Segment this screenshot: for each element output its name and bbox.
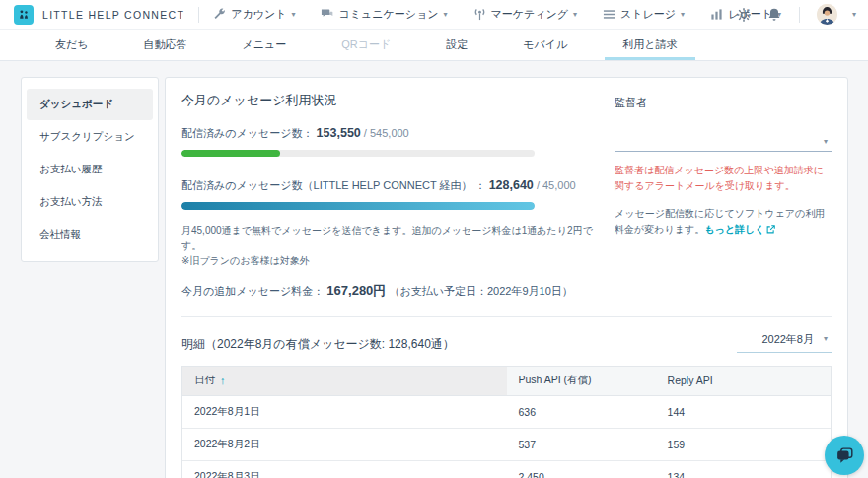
meter1-caption: 配信済みのメッセージ数：: [181, 127, 314, 139]
meter2-progress-bar: [181, 202, 535, 210]
table-row: 2022年8月3日 2,450 134: [182, 461, 831, 478]
nav-item-marketing[interactable]: マーケティング ▾: [473, 7, 578, 22]
tab-bar: 友だち 自動応答 メニュー QRコード 設定 モバイル 利用と請求: [0, 30, 868, 61]
top-header: LITTLE HELP CONNECT アカウント ▾ コミュニケーション ▾: [0, 0, 868, 30]
supervisor-select[interactable]: ▾: [615, 128, 832, 152]
brand[interactable]: LITTLE HELP CONNECT: [14, 5, 184, 25]
chat-bubbles-icon: [321, 8, 333, 21]
app-root: LITTLE HELP CONNECT アカウント ▾ コミュニケーション ▾: [0, 0, 868, 478]
tab-auto-reply[interactable]: 自動応答: [144, 30, 187, 60]
tab-settings[interactable]: 設定: [446, 30, 468, 60]
chevron-down-icon: ▾: [681, 11, 685, 19]
sidebar-item-subscription[interactable]: サブスクリプション: [27, 121, 153, 153]
nav-item-label: コミュニケーション: [338, 7, 438, 22]
supervisor-label: 監督者: [615, 96, 832, 110]
user-avatar[interactable]: [817, 4, 837, 25]
meter2-progress-fill: [181, 202, 535, 210]
sidebar-item-payment-history[interactable]: お支払い履歴: [27, 154, 153, 185]
learn-more-link[interactable]: もっと詳しく: [704, 224, 764, 235]
chevron-down-icon: ▾: [444, 11, 448, 19]
usage-note: 月45,000通まで無料でメッセージを送信できます。追加のメッセージ料金は1通あ…: [181, 223, 601, 269]
cell-push-api: 636: [507, 396, 656, 428]
pricing-info-text: メッセージ配信数に応じてソフトウェアの利用料金が変わります。もっと詳しく: [615, 206, 832, 237]
column-header-label: Reply API: [668, 375, 713, 386]
fee-label: 今月の追加メッセージ料金：: [181, 285, 324, 297]
tab-friends[interactable]: 友だち: [55, 30, 89, 60]
section-divider: [181, 316, 832, 317]
usage-table: 日付 ↑ Push API (有償) Reply API 2022年8月1日 6…: [181, 366, 832, 478]
megaphone-icon: [473, 8, 486, 21]
chevron-down-icon: ▾: [573, 11, 577, 19]
brand-logo-icon: [14, 5, 34, 25]
usage-title: 今月のメッセージ利用状況: [181, 92, 601, 109]
tab-label: 自動応答: [144, 37, 187, 52]
wrench-icon: [213, 8, 226, 21]
tab-qr-code[interactable]: QRコード: [341, 30, 391, 60]
brand-name: LITTLE HELP CONNECT: [42, 9, 184, 21]
sidebar-item-label: ダッシュボード: [39, 98, 113, 109]
column-header-label: 日付: [194, 374, 215, 387]
nav-item-storage[interactable]: ストレージ ▾: [603, 7, 685, 22]
tab-menu[interactable]: メニュー: [243, 30, 287, 60]
period-select[interactable]: 2022年8月 ▾: [737, 330, 832, 353]
tab-label: モバイル: [523, 37, 567, 52]
header-divider: [198, 7, 199, 23]
page-body: ダッシュボード サブスクリプション お支払い履歴 お支払い方法 会社情報 今月の…: [0, 61, 868, 478]
meter1-total: / 545,000: [364, 127, 409, 139]
meter2-total: / 45,000: [537, 179, 576, 191]
cell-reply-api: 134: [656, 461, 831, 478]
bell-icon[interactable]: [766, 7, 782, 23]
sidebar-item-dashboard[interactable]: ダッシュボード: [27, 89, 153, 120]
tab-mobile[interactable]: モバイル: [523, 30, 567, 60]
main-nav: アカウント ▾ コミュニケーション ▾ マーケティング ▾: [213, 7, 724, 22]
header-actions: ▾: [736, 4, 856, 25]
column-header-date[interactable]: 日付 ↑: [182, 367, 507, 395]
details-title: 明細（2022年8月の有償メッセージ数: 128,640通）: [181, 336, 455, 353]
sort-ascending-icon: ↑: [220, 375, 226, 386]
sidebar-item-label: お支払い方法: [39, 195, 103, 207]
header-divider: [799, 7, 800, 23]
tab-usage-billing[interactable]: 利用と請求: [622, 30, 677, 60]
chat-bubble-icon: [833, 444, 855, 466]
supervisor-alert-text: 監督者は配信メッセージ数の上限や追加請求に関するアラートメールを受け取ります。: [615, 163, 832, 193]
sidebar-item-company-info[interactable]: 会社情報: [27, 219, 153, 250]
table-row: 2022年8月2日 537 159: [182, 429, 831, 461]
fee-value: 167,280円: [326, 283, 386, 298]
additional-fee: 今月の追加メッセージ料金： 167,280円 （お支払い予定日：2022年9月1…: [181, 282, 601, 300]
nav-item-account[interactable]: アカウント ▾: [213, 7, 295, 22]
tab-label: QRコード: [341, 37, 391, 52]
nav-item-label: マーケティング: [491, 7, 569, 22]
chat-widget-button[interactable]: [825, 436, 864, 475]
period-value: 2022年8月: [761, 332, 814, 347]
sidebar-item-label: 会社情報: [39, 228, 81, 239]
chevron-down-icon: ▾: [824, 138, 828, 146]
tab-label: 設定: [446, 37, 468, 52]
usage-section: 今月のメッセージ利用状況 配信済みのメッセージ数： 153,550 / 545,…: [181, 92, 601, 300]
tab-label: 友だち: [55, 37, 89, 52]
meter1-value: 153,550: [317, 126, 361, 140]
meter1-label: 配信済みのメッセージ数： 153,550 / 545,000: [181, 126, 601, 141]
table-header-row: 日付 ↑ Push API (有償) Reply API: [182, 367, 831, 396]
column-header-reply-api[interactable]: Reply API: [656, 367, 831, 395]
chevron-down-icon[interactable]: ▾: [852, 11, 856, 19]
cell-reply-api: 159: [656, 429, 831, 460]
list-icon: [603, 8, 615, 21]
tab-label: メニュー: [243, 37, 287, 52]
sidebar: ダッシュボード サブスクリプション お支払い履歴 お支払い方法 会社情報: [21, 77, 159, 262]
details-header: 明細（2022年8月の有償メッセージ数: 128,640通） 2022年8月 ▾: [181, 330, 832, 353]
nav-item-communication[interactable]: コミュニケーション ▾: [321, 7, 447, 22]
cell-date: 2022年8月1日: [182, 396, 507, 428]
meter2-value: 128,640: [489, 178, 534, 192]
cell-reply-api: 144: [656, 396, 831, 428]
sidebar-item-label: サブスクリプション: [39, 130, 135, 142]
chevron-down-icon: ▾: [291, 11, 295, 19]
fee-due-date: （お支払い予定日：2022年9月10日）: [389, 285, 572, 297]
usage-note-line1: 月45,000通まで無料でメッセージを送信できます。追加のメッセージ料金は1通あ…: [181, 223, 601, 253]
supervisor-section: 監督者 ▾ 監督者は配信メッセージ数の上限や追加請求に関するアラートメールを受け…: [615, 92, 832, 300]
column-header-push-api[interactable]: Push API (有償): [507, 367, 656, 395]
cell-date: 2022年8月2日: [182, 429, 507, 460]
sidebar-item-payment-method[interactable]: お支払い方法: [27, 186, 153, 218]
cell-date: 2022年8月3日: [182, 461, 507, 478]
gear-icon[interactable]: [736, 7, 752, 23]
meter2-caption: 配信済みのメッセージ数（LITTLE HELP CONNECT 経由） ：: [181, 179, 486, 191]
